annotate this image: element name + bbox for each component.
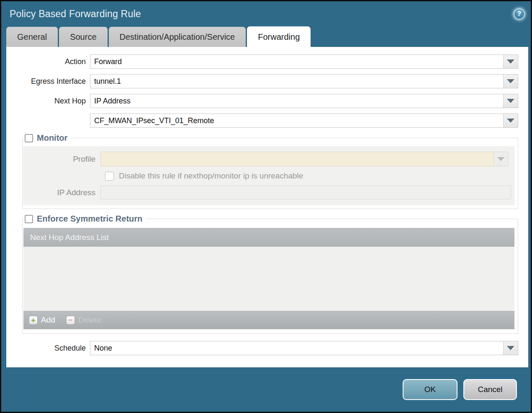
forwarding-tab-panel: Action Forward Egress Interface tunnel.1… — [6, 47, 528, 367]
egress-interface-select[interactable]: tunnel.1 — [90, 74, 518, 88]
enforce-symmetric-return-legend: Enforce Symmetric Return — [23, 214, 146, 224]
titlebar: Policy Based Forwarding Rule ? — [1, 1, 531, 26]
tab-bar: General Source Destination/Application/S… — [1, 26, 531, 47]
monitor-legend-label: Monitor — [37, 133, 67, 143]
monitor-ip-address-row: IP Address — [23, 186, 511, 199]
add-button-label: Add — [41, 315, 55, 325]
next-hop-address-row: CF_MWAN_IPsec_VTI_01_Remote — [6, 114, 518, 128]
enforce-symmetric-return-legend-label: Enforce Symmetric Return — [37, 214, 142, 224]
profile-row: Profile — [23, 152, 511, 166]
tab-forwarding[interactable]: Forwarding — [247, 26, 311, 47]
action-label: Action — [6, 57, 90, 66]
profile-label: Profile — [23, 155, 100, 164]
dialog-footer: OK Cancel — [1, 367, 531, 412]
tab-source[interactable]: Source — [59, 27, 107, 47]
minus-icon: − — [66, 316, 75, 325]
disable-rule-checkbox — [105, 172, 114, 181]
chevron-down-icon — [507, 99, 514, 103]
add-button[interactable]: + Add — [29, 315, 55, 325]
next-hop-address-list-header: Next Hop Address List — [23, 228, 514, 247]
next-hop-address-list-table: Next Hop Address List + Add − Delete — [23, 228, 514, 329]
disable-rule-row: Disable this rule if nexthop/monitor ip … — [23, 171, 511, 181]
profile-select — [100, 152, 509, 166]
delete-button-label: Delete — [78, 315, 101, 325]
schedule-dropdown-button[interactable] — [503, 341, 518, 355]
monitor-ip-address-label: IP Address — [23, 188, 100, 197]
next-hop-address-value: CF_MWAN_IPsec_VTI_01_Remote — [90, 114, 503, 127]
next-hop-dropdown-button[interactable] — [503, 94, 518, 108]
action-row: Action Forward — [6, 54, 518, 69]
action-dropdown-button[interactable] — [503, 55, 518, 68]
cancel-button[interactable]: Cancel — [463, 379, 517, 400]
monitor-ip-address-input — [100, 186, 511, 199]
monitor-checkbox[interactable] — [25, 134, 33, 142]
chevron-down-icon — [507, 346, 514, 350]
enforce-symmetric-return-checkbox[interactable] — [25, 215, 33, 223]
next-hop-address-list-footer: + Add − Delete — [23, 311, 514, 329]
egress-interface-row: Egress Interface tunnel.1 — [6, 74, 518, 88]
monitor-fieldset: Monitor Profile Disable this rule if nex… — [22, 133, 518, 209]
ok-button[interactable]: OK — [403, 379, 457, 400]
schedule-row: Schedule None — [6, 341, 518, 355]
delete-button: − Delete — [66, 315, 101, 325]
next-hop-label: Next Hop — [6, 97, 90, 106]
monitor-panel: Profile Disable this rule if nexthop/mon… — [23, 146, 515, 205]
schedule-value: None — [90, 341, 503, 355]
chevron-down-icon — [507, 79, 514, 83]
enforce-symmetric-return-fieldset: Enforce Symmetric Return Next Hop Addres… — [22, 214, 518, 334]
plus-icon: + — [29, 316, 38, 325]
monitor-legend: Monitor — [23, 133, 71, 143]
chevron-down-icon — [497, 157, 505, 161]
policy-based-forwarding-rule-dialog: Policy Based Forwarding Rule ? General S… — [0, 0, 532, 413]
egress-interface-label: Egress Interface — [6, 77, 90, 86]
profile-value — [100, 152, 494, 166]
egress-interface-value: tunnel.1 — [90, 75, 503, 88]
next-hop-type-value: IP Address — [90, 94, 503, 108]
chevron-down-icon — [507, 59, 514, 64]
schedule-label: Schedule — [6, 344, 90, 353]
next-hop-address-dropdown-button[interactable] — [503, 114, 518, 127]
egress-interface-dropdown-button[interactable] — [503, 75, 518, 88]
action-select[interactable]: Forward — [90, 54, 518, 69]
action-value: Forward — [90, 55, 503, 68]
help-icon[interactable]: ? — [514, 8, 525, 20]
tab-general[interactable]: General — [6, 27, 58, 47]
schedule-select[interactable]: None — [90, 341, 518, 355]
chevron-down-icon — [507, 119, 514, 123]
next-hop-address-list-body[interactable] — [23, 247, 514, 311]
disable-rule-label: Disable this rule if nexthop/monitor ip … — [119, 171, 303, 181]
next-hop-type-select[interactable]: IP Address — [90, 94, 518, 108]
profile-dropdown-button — [494, 152, 509, 166]
dialog-title: Policy Based Forwarding Rule — [10, 8, 514, 20]
tab-destination-application-service[interactable]: Destination/Application/Service — [109, 27, 246, 47]
next-hop-address-select[interactable]: CF_MWAN_IPsec_VTI_01_Remote — [90, 114, 518, 128]
next-hop-row: Next Hop IP Address — [6, 94, 518, 108]
